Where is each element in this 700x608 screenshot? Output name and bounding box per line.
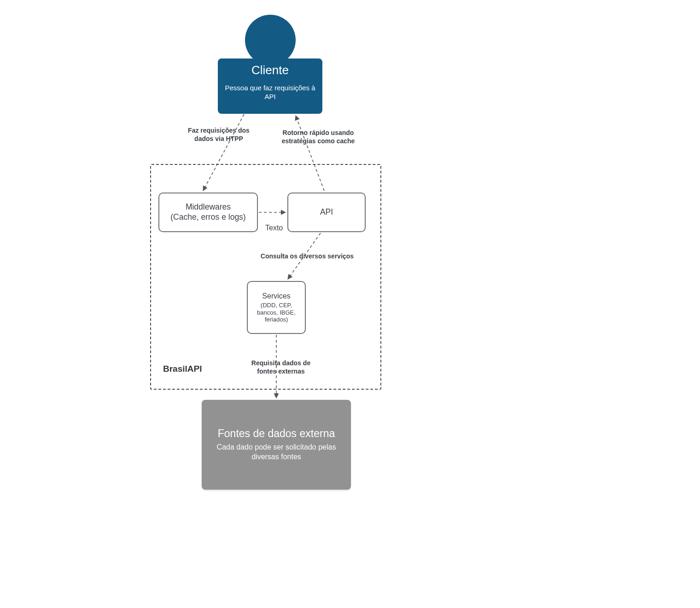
services-title: Services xyxy=(262,292,290,301)
edge-label-client-to-mw: Faz requisições dos dados via HTPP xyxy=(180,127,258,143)
edge-label-mw-to-api-sub: Texto xyxy=(265,224,283,232)
api-title: API xyxy=(320,207,333,217)
actor-desc: Pessoa que faz requisições à API xyxy=(223,84,317,101)
middlewares-box: Middlewares (Cache, erros e logs) xyxy=(158,193,258,232)
diagram-canvas: Cliente Pessoa que faz requisições à API… xyxy=(0,0,700,608)
services-sub: (DDD, CEP, bancos, IBGE, feriados) xyxy=(251,302,302,323)
external-desc: Cada dado pode ser solicitado pelas dive… xyxy=(216,443,336,462)
actor-title: Cliente xyxy=(223,63,317,77)
api-box: API xyxy=(287,193,366,232)
actor-head-icon xyxy=(245,15,296,65)
actor-cliente: Cliente Pessoa que faz requisições à API xyxy=(218,58,322,114)
brasilapi-label: BrasilAPI xyxy=(163,364,202,374)
external-title: Fontes de dados externa xyxy=(218,427,335,440)
edge-label-api-to-services: Consulta os diversos serviços xyxy=(254,252,360,261)
external-box: Fontes de dados externa Cada dado pode s… xyxy=(202,400,351,490)
middlewares-sub: (Cache, erros e logs) xyxy=(170,212,245,222)
edge-label-api-to-client: Rotorno rápido usando estratégias como c… xyxy=(279,129,357,145)
middlewares-title: Middlewares xyxy=(186,202,231,212)
services-box: Services (DDD, CEP, bancos, IBGE, feriad… xyxy=(247,281,306,334)
edge-label-services-to-ext: Requisita dados de fontes externas xyxy=(246,359,315,375)
